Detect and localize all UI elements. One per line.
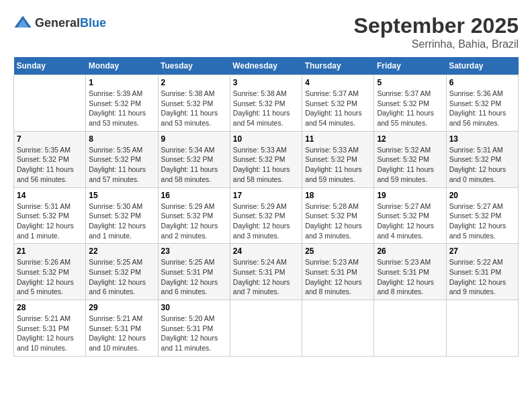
calendar-day-cell: 2Sunrise: 5:38 AM Sunset: 5:32 PM Daylig…	[158, 75, 230, 132]
day-number: 27	[449, 246, 515, 256]
calendar-week-row: 7Sunrise: 5:35 AM Sunset: 5:32 PM Daylig…	[14, 131, 519, 187]
calendar-day-cell: 30Sunrise: 5:20 AM Sunset: 5:31 PM Dayli…	[158, 300, 230, 357]
calendar-day-cell: 9Sunrise: 5:34 AM Sunset: 5:32 PM Daylig…	[158, 131, 230, 187]
day-info: Sunrise: 5:31 AM Sunset: 5:32 PM Dayligh…	[449, 145, 515, 185]
day-info: Sunrise: 5:29 AM Sunset: 5:32 PM Dayligh…	[161, 201, 227, 241]
calendar-day-cell: 27Sunrise: 5:22 AM Sunset: 5:31 PM Dayli…	[446, 244, 518, 300]
day-info: Sunrise: 5:24 AM Sunset: 5:31 PM Dayligh…	[233, 257, 299, 297]
day-info: Sunrise: 5:23 AM Sunset: 5:31 PM Dayligh…	[305, 257, 371, 297]
calendar-day-cell: 11Sunrise: 5:33 AM Sunset: 5:32 PM Dayli…	[302, 131, 374, 187]
calendar-day-cell: 7Sunrise: 5:35 AM Sunset: 5:32 PM Daylig…	[14, 131, 86, 187]
day-info: Sunrise: 5:36 AM Sunset: 5:32 PM Dayligh…	[449, 89, 515, 128]
weekday-header-monday: Monday	[86, 57, 158, 75]
day-info: Sunrise: 5:21 AM Sunset: 5:31 PM Dayligh…	[89, 314, 154, 353]
day-info: Sunrise: 5:21 AM Sunset: 5:31 PM Dayligh…	[17, 314, 83, 353]
logo-text-blue: Blue	[80, 16, 106, 30]
calendar-day-cell: 1Sunrise: 5:39 AM Sunset: 5:32 PM Daylig…	[86, 75, 158, 132]
calendar-day-cell: 4Sunrise: 5:37 AM Sunset: 5:32 PM Daylig…	[302, 75, 374, 132]
title-area: September 2025 Serrinha, Bahia, Brazil	[354, 13, 519, 50]
day-number: 8	[89, 134, 154, 144]
day-number: 9	[161, 134, 227, 144]
day-info: Sunrise: 5:25 AM Sunset: 5:32 PM Dayligh…	[89, 257, 154, 297]
day-number: 23	[161, 246, 227, 256]
calendar-day-cell: 17Sunrise: 5:29 AM Sunset: 5:32 PM Dayli…	[230, 187, 302, 244]
day-number: 3	[233, 78, 299, 87]
weekday-header-wednesday: Wednesday	[230, 57, 302, 75]
calendar-day-cell: 15Sunrise: 5:30 AM Sunset: 5:32 PM Dayli…	[86, 187, 158, 244]
day-number: 18	[305, 191, 371, 200]
calendar-day-cell: 12Sunrise: 5:32 AM Sunset: 5:32 PM Dayli…	[374, 131, 446, 187]
calendar-day-cell: 6Sunrise: 5:36 AM Sunset: 5:32 PM Daylig…	[446, 75, 518, 132]
calendar-day-cell	[446, 300, 518, 357]
weekday-header-tuesday: Tuesday	[158, 57, 230, 75]
calendar-day-cell: 20Sunrise: 5:27 AM Sunset: 5:32 PM Dayli…	[446, 187, 518, 244]
day-number: 29	[89, 303, 154, 312]
day-info: Sunrise: 5:28 AM Sunset: 5:32 PM Dayligh…	[305, 201, 371, 241]
month-title: September 2025	[354, 13, 519, 38]
logo: GeneralBlue	[13, 13, 106, 32]
day-info: Sunrise: 5:34 AM Sunset: 5:32 PM Dayligh…	[161, 145, 227, 185]
calendar-day-cell: 16Sunrise: 5:29 AM Sunset: 5:32 PM Dayli…	[158, 187, 230, 244]
day-info: Sunrise: 5:33 AM Sunset: 5:32 PM Dayligh…	[233, 145, 299, 185]
day-number: 13	[449, 134, 515, 144]
day-info: Sunrise: 5:27 AM Sunset: 5:32 PM Dayligh…	[377, 201, 443, 241]
day-number: 15	[89, 191, 154, 200]
calendar-day-cell	[374, 300, 446, 357]
day-number: 7	[17, 134, 83, 144]
logo-icon	[13, 13, 32, 32]
weekday-header-friday: Friday	[374, 57, 446, 75]
day-number: 28	[17, 303, 83, 312]
weekday-header-row: SundayMondayTuesdayWednesdayThursdayFrid…	[14, 57, 519, 75]
day-info: Sunrise: 5:37 AM Sunset: 5:32 PM Dayligh…	[305, 89, 371, 128]
day-info: Sunrise: 5:31 AM Sunset: 5:32 PM Dayligh…	[17, 201, 83, 241]
day-info: Sunrise: 5:23 AM Sunset: 5:31 PM Dayligh…	[377, 257, 443, 297]
calendar-week-row: 21Sunrise: 5:26 AM Sunset: 5:32 PM Dayli…	[14, 244, 519, 300]
day-number: 16	[161, 191, 227, 200]
calendar-body: 1Sunrise: 5:39 AM Sunset: 5:32 PM Daylig…	[14, 75, 519, 357]
calendar-week-row: 14Sunrise: 5:31 AM Sunset: 5:32 PM Dayli…	[14, 187, 519, 244]
header: GeneralBlue September 2025 Serrinha, Bah…	[13, 13, 519, 50]
day-number: 30	[161, 303, 227, 312]
day-number: 4	[305, 78, 371, 87]
calendar-day-cell	[14, 75, 86, 132]
day-number: 1	[89, 78, 154, 87]
weekday-header-thursday: Thursday	[302, 57, 374, 75]
calendar-day-cell: 19Sunrise: 5:27 AM Sunset: 5:32 PM Dayli…	[374, 187, 446, 244]
logo-text-general: General	[35, 16, 80, 30]
day-number: 26	[377, 246, 443, 256]
day-info: Sunrise: 5:29 AM Sunset: 5:32 PM Dayligh…	[233, 201, 299, 241]
calendar-day-cell: 21Sunrise: 5:26 AM Sunset: 5:32 PM Dayli…	[14, 244, 86, 300]
calendar-day-cell: 23Sunrise: 5:25 AM Sunset: 5:31 PM Dayli…	[158, 244, 230, 300]
day-number: 22	[89, 246, 154, 256]
day-info: Sunrise: 5:39 AM Sunset: 5:32 PM Dayligh…	[89, 89, 154, 128]
day-number: 12	[377, 134, 443, 144]
weekday-header-saturday: Saturday	[446, 57, 518, 75]
day-info: Sunrise: 5:33 AM Sunset: 5:32 PM Dayligh…	[305, 145, 371, 185]
calendar-day-cell: 5Sunrise: 5:37 AM Sunset: 5:32 PM Daylig…	[374, 75, 446, 132]
calendar-day-cell	[230, 300, 302, 357]
calendar-day-cell: 14Sunrise: 5:31 AM Sunset: 5:32 PM Dayli…	[14, 187, 86, 244]
day-info: Sunrise: 5:35 AM Sunset: 5:32 PM Dayligh…	[17, 145, 83, 185]
day-number: 5	[377, 78, 443, 87]
day-info: Sunrise: 5:27 AM Sunset: 5:32 PM Dayligh…	[449, 201, 515, 241]
day-number: 25	[305, 246, 371, 256]
day-info: Sunrise: 5:32 AM Sunset: 5:32 PM Dayligh…	[377, 145, 443, 185]
calendar-day-cell: 22Sunrise: 5:25 AM Sunset: 5:32 PM Dayli…	[86, 244, 158, 300]
calendar-day-cell: 3Sunrise: 5:38 AM Sunset: 5:32 PM Daylig…	[230, 75, 302, 132]
day-info: Sunrise: 5:25 AM Sunset: 5:31 PM Dayligh…	[161, 257, 227, 297]
day-info: Sunrise: 5:38 AM Sunset: 5:32 PM Dayligh…	[161, 89, 227, 128]
calendar-day-cell: 13Sunrise: 5:31 AM Sunset: 5:32 PM Dayli…	[446, 131, 518, 187]
day-number: 21	[17, 246, 83, 256]
calendar-day-cell: 24Sunrise: 5:24 AM Sunset: 5:31 PM Dayli…	[230, 244, 302, 300]
calendar-table: SundayMondayTuesdayWednesdayThursdayFrid…	[13, 57, 519, 357]
day-number: 17	[233, 191, 299, 200]
day-number: 6	[449, 78, 515, 87]
day-info: Sunrise: 5:22 AM Sunset: 5:31 PM Dayligh…	[449, 257, 515, 297]
calendar-day-cell: 18Sunrise: 5:28 AM Sunset: 5:32 PM Dayli…	[302, 187, 374, 244]
day-info: Sunrise: 5:38 AM Sunset: 5:32 PM Dayligh…	[233, 89, 299, 128]
day-number: 24	[233, 246, 299, 256]
day-info: Sunrise: 5:30 AM Sunset: 5:32 PM Dayligh…	[89, 201, 154, 241]
day-number: 14	[17, 191, 83, 200]
day-info: Sunrise: 5:26 AM Sunset: 5:32 PM Dayligh…	[17, 257, 83, 297]
calendar-day-cell: 26Sunrise: 5:23 AM Sunset: 5:31 PM Dayli…	[374, 244, 446, 300]
